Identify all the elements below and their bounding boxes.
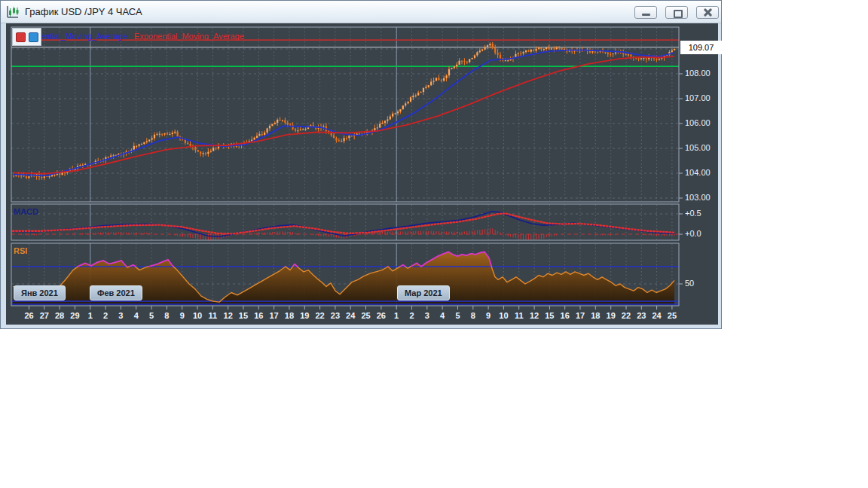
rsi-pane-label: RSI bbox=[14, 246, 27, 255]
macd-pane-label: MACD bbox=[14, 207, 38, 216]
price-axis-label: 107.00 bbox=[685, 93, 711, 102]
legend-ema-fast[interactable]: ential_Moving_Average bbox=[41, 32, 127, 41]
close-button[interactable] bbox=[696, 6, 719, 19]
window-title: График USD /JPY 4 ЧАСА bbox=[25, 6, 142, 17]
month-label-box: Янв 2021 bbox=[14, 285, 66, 300]
month-label-box: Фев 2021 bbox=[90, 285, 142, 300]
price-axis-label: 108.00 bbox=[685, 69, 711, 78]
window-titlebar[interactable]: График USD /JPY 4 ЧАСА bbox=[1, 1, 721, 23]
indicator-legend: ential_Moving_Average Exponential_Moving… bbox=[41, 32, 249, 41]
chart-window: График USD /JPY 4 ЧАСА ential_Moving_Ave… bbox=[0, 0, 722, 329]
price-axis-label: 104.00 bbox=[685, 168, 711, 177]
indicator-toolbar bbox=[12, 28, 41, 46]
window-controls bbox=[634, 6, 719, 19]
price-axis-label: 103.00 bbox=[685, 193, 711, 202]
candlestick-chart-icon bbox=[6, 5, 20, 19]
macd-axis-label: +0.5 bbox=[685, 209, 701, 218]
date-axis-label: 25 bbox=[663, 311, 681, 320]
price-axis-label: 106.00 bbox=[685, 118, 711, 127]
legend-ema-slow[interactable]: Exponential_Moving_Average bbox=[134, 32, 244, 41]
month-label-box: Мар 2021 bbox=[397, 285, 450, 300]
minimize-icon bbox=[642, 14, 650, 16]
red-marker-button[interactable] bbox=[16, 32, 26, 42]
maximize-button[interactable] bbox=[665, 6, 688, 19]
rsi-axis-label: 50 bbox=[685, 279, 694, 288]
close-icon bbox=[703, 8, 713, 17]
page-background: График USD /JPY 4 ЧАСА ential_Moving_Ave… bbox=[0, 0, 868, 488]
blue-marker-button[interactable] bbox=[29, 32, 38, 42]
current-price-box: 109.07 bbox=[680, 41, 722, 54]
price-axis-label: 105.00 bbox=[685, 143, 711, 152]
macd-axis-label: +0.0 bbox=[685, 229, 701, 238]
minimize-button[interactable] bbox=[634, 6, 657, 19]
maximize-icon bbox=[674, 10, 683, 18]
chart-area[interactable] bbox=[6, 23, 718, 325]
